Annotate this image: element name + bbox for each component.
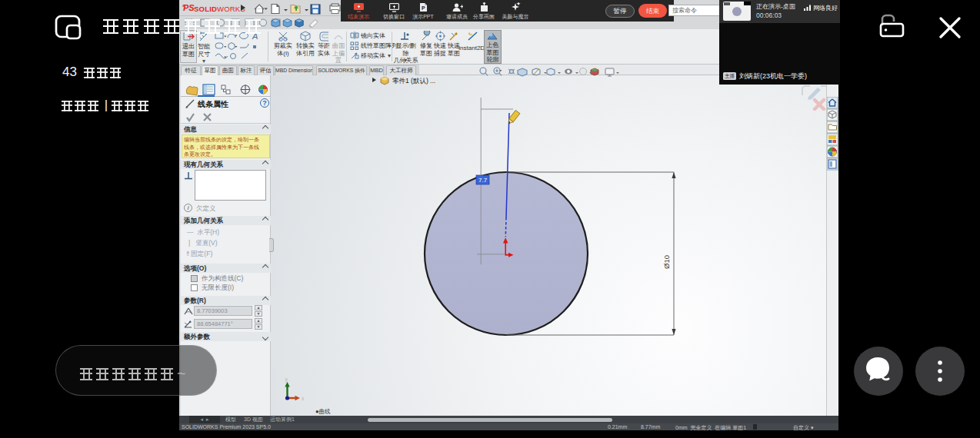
svg-text:●曲线: ●曲线	[315, 408, 331, 415]
svg-text:x: x	[302, 396, 305, 401]
svg-text:Ø10: Ø10	[662, 255, 671, 269]
svg-text:y: y	[285, 377, 288, 383]
svg-text:P: P	[422, 5, 425, 11]
svg-text:7.7: 7.7	[478, 177, 488, 184]
